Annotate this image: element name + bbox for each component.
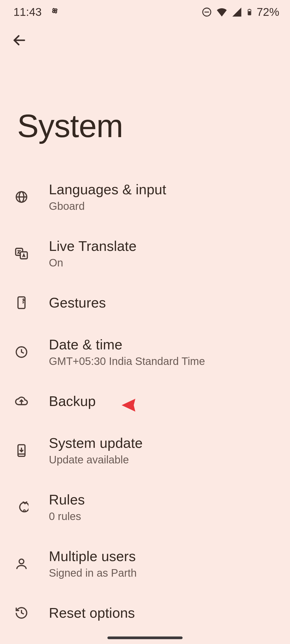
globe-icon (13, 189, 30, 205)
back-button[interactable] (10, 31, 29, 50)
arrow-left-icon (12, 33, 27, 48)
item-title: Reset options (49, 605, 135, 621)
item-title: Backup (49, 393, 96, 409)
wifi-icon (216, 6, 228, 18)
item-title: Languages & input (49, 181, 166, 197)
item-subtitle: 0 rules (49, 510, 85, 522)
svg-point-19 (19, 559, 24, 564)
item-languages-input[interactable]: Languages & input Gboard (0, 169, 290, 225)
nav-handle[interactable] (107, 636, 183, 639)
item-subtitle: On (49, 257, 137, 269)
page-title: System (0, 56, 290, 169)
system-update-icon (13, 442, 30, 459)
item-title: Live Translate (49, 238, 137, 254)
item-reset-options[interactable]: Reset options (0, 592, 290, 634)
item-subtitle: GMT+05:30 India Standard Time (49, 355, 205, 367)
item-subtitle: Update available (49, 454, 143, 466)
history-icon (13, 605, 30, 621)
item-rules[interactable]: Rules 0 rules (0, 479, 290, 535)
dnd-icon (201, 7, 212, 17)
item-live-translate[interactable]: Live Translate On (0, 225, 290, 282)
status-time: 11:43 (13, 6, 42, 19)
clock-icon (13, 344, 30, 360)
item-title: Date & time (49, 336, 205, 353)
settings-list: Languages & input Gboard Live Translate … (0, 169, 290, 634)
battery-icon (246, 6, 253, 18)
item-subtitle: Gboard (49, 200, 166, 212)
pinwheel-icon (49, 5, 60, 19)
user-icon (13, 556, 30, 572)
battery-percent: 72% (257, 6, 279, 19)
translate-icon (13, 246, 30, 262)
item-title: System update (49, 435, 143, 451)
item-backup[interactable]: Backup (0, 380, 290, 422)
rules-icon (13, 499, 30, 515)
item-title: Gestures (49, 295, 106, 311)
item-system-update[interactable]: System update Update available (0, 422, 290, 479)
gesture-phone-icon (13, 295, 30, 311)
item-gestures[interactable]: Gestures (0, 282, 290, 324)
item-title: Multiple users (49, 548, 137, 564)
signal-icon (231, 7, 242, 17)
app-bar (0, 24, 290, 56)
svg-rect-3 (249, 9, 250, 9)
item-title: Rules (49, 492, 85, 508)
item-date-time[interactable]: Date & time GMT+05:30 India Standard Tim… (0, 324, 290, 380)
status-bar: 11:43 (0, 0, 290, 24)
svg-point-18 (24, 510, 25, 511)
svg-rect-4 (248, 11, 251, 15)
cloud-upload-icon (13, 393, 30, 409)
item-subtitle: Signed in as Parth (49, 567, 137, 579)
item-multiple-users[interactable]: Multiple users Signed in as Parth (0, 535, 290, 592)
